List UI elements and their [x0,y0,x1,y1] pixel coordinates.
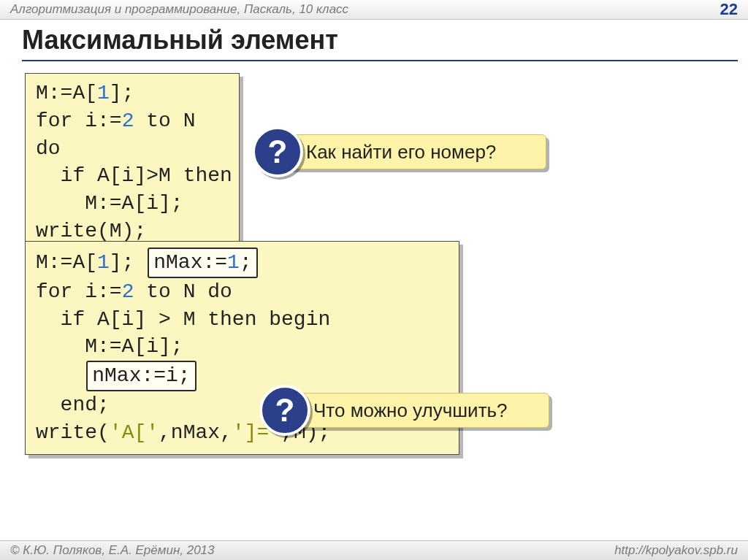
copyright: © К.Ю. Поляков, Е.А. Ерёмин, 2013 [10,543,215,558]
question-mark-icon: ? [252,126,303,177]
code-line: M:=A[1]; [36,80,229,107]
page-title: Максимальный элемент [22,25,338,55]
code-line: nMax:=i; [36,361,449,391]
question-text: Что можно улучшить? [313,399,508,422]
page-number: 22 [720,0,738,19]
highlight-nmax-assign: nMax:=i; [86,361,196,391]
code-line: M:=A[1]; nMax:=1; [36,248,449,278]
code-line: if A[i] > M then begin [36,306,449,334]
code-line: M:=A[i]; [36,333,449,361]
question-text: Как найти его номер? [306,141,496,164]
question-callout-1: ? Как найти его номер? [276,134,546,169]
code-line: M:=A[i]; [36,190,229,218]
code-line: if A[i]>M then [36,162,229,190]
breadcrumb: Алгоритмизация и программирование, Паска… [10,2,348,17]
footer-url: http://kpolyakov.spb.ru [614,543,738,558]
footer-bar: © К.Ю. Поляков, Е.А. Ерёмин, 2013 http:/… [0,540,748,560]
header-bar: Алгоритмизация и программирование, Паска… [0,0,748,20]
question-mark-icon: ? [259,385,310,436]
highlight-nmax-init: nMax:=1; [148,248,257,278]
code-line: for i:=2 to N do [36,278,449,306]
code-box-1: M:=A[1]; for i:=2 to N do if A[i]>M then… [25,73,240,253]
question-callout-2: ? Что можно улучшить? [283,393,549,428]
code-line: for i:=2 to N do [36,107,229,163]
title-rule [22,60,738,61]
